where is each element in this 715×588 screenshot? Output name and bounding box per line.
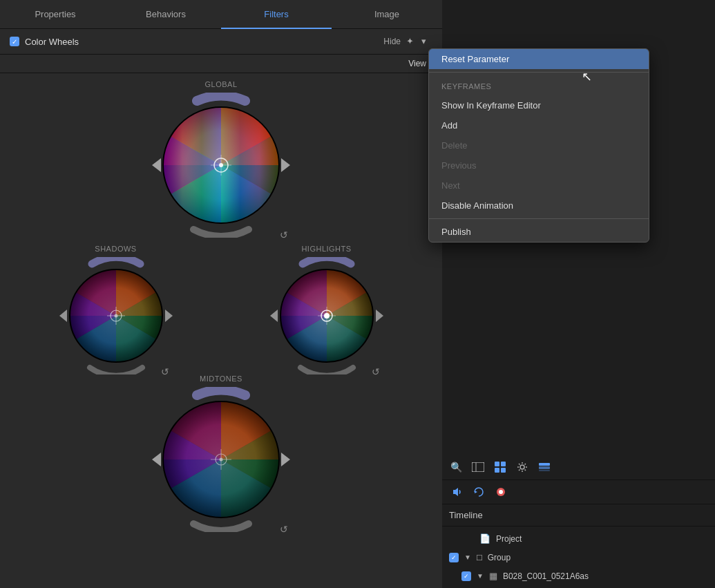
svg-rect-48 [501,462,506,466]
project-file-icon: 📄 [479,533,490,544]
top-tabs: Properties Behaviors Filters Image [0,0,442,29]
header-icons: ✦ ▾ [406,36,432,47]
group-folder-icon: □ [477,552,482,562]
global-wheel-label: GLOBAL [204,80,237,88]
svg-marker-35 [152,453,161,466]
view-row: View [0,55,442,73]
project-name: Project [496,534,522,544]
audio-icon[interactable] [449,484,464,500]
midtones-wheel-label: MIDTONES [200,374,242,383]
wheels-grid: GLOBAL [0,73,442,539]
show-in-keyframe-editor-menu-item[interactable]: Show In Keyframe Editor [429,95,649,115]
svg-marker-13 [59,310,67,322]
svg-marker-25 [376,310,383,322]
highlights-wheel-label: HIGHLIGHTS [301,245,351,253]
highlights-wheel-wrapper[interactable]: ↺ [268,257,385,374]
animation-icon[interactable]: ✦ [406,36,417,47]
highlights-reset-icon[interactable]: ↺ [372,366,380,377]
svg-rect-47 [495,462,499,466]
chevron-down-icon[interactable]: ▾ [421,36,432,47]
svg-marker-55 [453,488,458,496]
svg-rect-45 [472,462,484,472]
svg-rect-53 [539,466,550,469]
svg-marker-56 [475,491,477,493]
gear-icon[interactable] [515,460,529,474]
svg-marker-1 [281,158,290,172]
menu-divider-2 [429,218,649,219]
global-reset-icon[interactable]: ↺ [280,229,288,240]
timeline-item[interactable]: ▼ □ Group [442,548,715,567]
clip-expand-icon[interactable]: ▼ [477,572,484,580]
svg-point-58 [499,490,503,494]
midtones-wheel-container: MIDTONES [14,374,428,532]
svg-marker-24 [270,310,278,322]
svg-rect-52 [539,463,550,466]
midtones-wheel-wrapper[interactable]: ↺ [149,387,294,532]
color-wheels-checkbox[interactable] [10,37,19,46]
svg-point-22 [114,314,117,318]
color-wheels-title: Color Wheels [25,37,378,47]
tab-behaviors[interactable]: Behaviors [111,0,221,29]
color-wheels-hide-button[interactable]: Hide [383,37,401,46]
timeline-toolbar: 🔍 [442,455,715,480]
loop-icon[interactable] [471,484,486,500]
midtones-color-wheel [149,387,294,532]
timeline-item[interactable]: ▼ ▦ B028_C001_0521A6as [455,567,715,585]
timeline-item[interactable]: 📄 Project [442,529,715,548]
group-checkbox[interactable] [449,553,459,562]
reset-parameter-menu-item[interactable]: Reset Parameter [429,49,649,69]
grid-icon[interactable] [493,460,507,474]
delete-menu-item[interactable]: Delete [429,135,649,155]
tab-image[interactable]: Image [332,0,442,29]
svg-rect-54 [539,470,550,471]
midtones-reset-icon[interactable]: ↺ [280,524,288,535]
shadows-color-wheel [57,257,175,374]
group-expand-icon[interactable]: ▼ [464,553,471,561]
svg-rect-49 [495,468,499,473]
layers-icon[interactable] [537,460,551,474]
svg-point-51 [520,465,524,469]
clip-film-icon: ▦ [489,571,497,581]
group-name: Group [488,553,511,562]
svg-marker-0 [152,158,161,172]
disable-animation-menu-item[interactable]: Disable Animation [429,196,649,216]
keyframes-section-header: KEYFRAMES [429,75,649,95]
global-wheel-wrapper[interactable]: ↺ [149,93,294,238]
previous-menu-item[interactable]: Previous [429,155,649,176]
clip-checkbox[interactable] [461,571,471,581]
highlights-color-wheel [268,257,385,374]
timeline-label: Timeline [442,504,715,527]
left-panel: Color Wheels Hide ✦ ▾ View GLOBAL [0,29,442,588]
shadows-wheel-container: SHADOWS [14,245,218,374]
context-menu: Reset Parameter KEYFRAMES Show In Keyfra… [428,48,649,243]
shadows-wheel-wrapper[interactable]: ↺ [57,257,175,374]
shadows-wheel-label: SHADOWS [95,245,136,253]
search-icon[interactable]: 🔍 [449,460,463,474]
global-wheel-container: GLOBAL [14,80,428,238]
tab-filters[interactable]: Filters [221,0,332,29]
next-menu-item[interactable]: Next [429,176,649,196]
tab-properties[interactable]: Properties [0,0,111,29]
toolbar-row2 [442,480,715,504]
timeline-items: 📄 Project ▼ □ Group ▼ ▦ B028_C001_0521A6… [442,527,715,588]
publish-menu-item[interactable]: Publish [429,222,649,242]
clip-name: B028_C001_0521A6as [503,571,589,581]
add-menu-item[interactable]: Add [429,115,649,135]
layout-icon[interactable] [471,460,485,474]
global-color-wheel [149,93,294,238]
svg-point-44 [220,458,223,462]
menu-divider [429,72,649,73]
record-icon[interactable] [493,484,508,500]
svg-marker-36 [281,453,290,466]
svg-rect-50 [501,468,506,473]
svg-marker-14 [165,310,173,322]
highlights-wheel-container: HIGHLIGHTS [225,245,428,374]
shadows-reset-icon[interactable]: ↺ [161,366,169,377]
color-wheels-header: Color Wheels Hide ✦ ▾ [0,29,442,55]
